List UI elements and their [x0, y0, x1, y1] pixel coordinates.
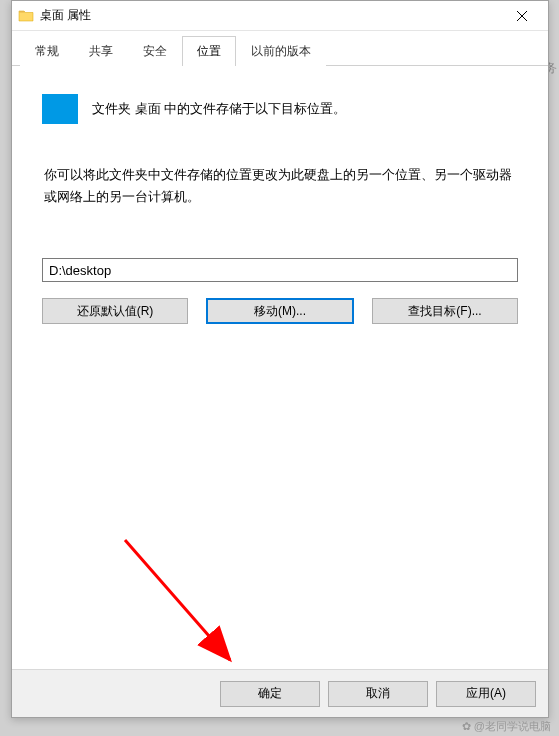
tab-security[interactable]: 安全	[128, 36, 182, 66]
location-button-row: 还原默认值(R) 移动(M)... 查找目标(F)...	[42, 298, 518, 324]
close-icon	[517, 11, 527, 21]
window-title: 桌面 属性	[40, 7, 502, 24]
apply-button[interactable]: 应用(A)	[436, 681, 536, 707]
close-button[interactable]	[502, 2, 542, 30]
move-button[interactable]: 移动(M)...	[206, 298, 354, 324]
header-row: 文件夹 桌面 中的文件存储于以下目标位置。	[42, 94, 518, 124]
tab-strip: 常规 共享 安全 位置 以前的版本	[12, 31, 548, 66]
desktop-folder-icon	[42, 94, 78, 124]
titlebar: 桌面 属性	[12, 1, 548, 31]
tab-content-location: 文件夹 桌面 中的文件存储于以下目标位置。 你可以将此文件夹中文件存储的位置更改…	[12, 66, 548, 656]
tab-share[interactable]: 共享	[74, 36, 128, 66]
dialog-button-bar: 确定 取消 应用(A)	[12, 669, 548, 717]
find-target-button[interactable]: 查找目标(F)...	[372, 298, 518, 324]
properties-dialog: 桌面 属性 常规 共享 安全 位置 以前的版本 文件夹 桌面 中的文件存储于以下…	[11, 0, 549, 718]
tab-general[interactable]: 常规	[20, 36, 74, 66]
ok-button[interactable]: 确定	[220, 681, 320, 707]
watermark-icon: ✿	[462, 720, 474, 732]
folder-icon-small	[18, 8, 34, 24]
tab-previous-versions[interactable]: 以前的版本	[236, 36, 326, 66]
cancel-button[interactable]: 取消	[328, 681, 428, 707]
path-input[interactable]	[42, 258, 518, 282]
watermark: ✿ @老同学说电脑	[462, 719, 551, 734]
change-location-description: 你可以将此文件夹中文件存储的位置更改为此硬盘上的另一个位置、另一个驱动器或网络上…	[42, 164, 518, 208]
restore-default-button[interactable]: 还原默认值(R)	[42, 298, 188, 324]
storage-description: 文件夹 桌面 中的文件存储于以下目标位置。	[92, 100, 346, 118]
tab-location[interactable]: 位置	[182, 36, 236, 66]
